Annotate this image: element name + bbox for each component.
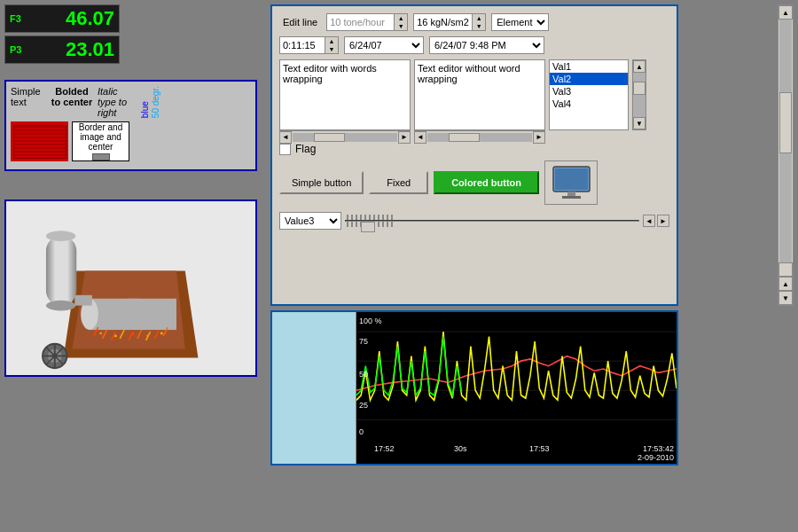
- kgn-spin-down[interactable]: ▼: [473, 22, 485, 30]
- metric-f3-label: F3: [10, 13, 21, 24]
- chart-main: 100 % 75 50 25 0 17:52 30s 17:53 17:53:4…: [356, 312, 677, 464]
- simple-button[interactable]: Simple button: [279, 171, 364, 194]
- kgn-input[interactable]: [414, 16, 472, 28]
- large-scroll-track[interactable]: [779, 20, 792, 262]
- italic-text: Italic type to right: [98, 86, 137, 118]
- text-editor1-scrollbar[interactable]: ◄ ►: [279, 130, 411, 143]
- chart-y-50: 50: [359, 370, 368, 379]
- red-lines: [13, 125, 66, 159]
- scroll-thumb: [314, 133, 345, 142]
- rotated-texts: blue 50 degr.: [141, 86, 160, 118]
- metric-p3: P3 23.01: [4, 35, 120, 64]
- tone-spin-up[interactable]: ▲: [395, 14, 407, 22]
- colored-button[interactable]: Colored button: [434, 171, 539, 194]
- metrics-panel: F3 46.07 P3 23.01: [4, 4, 120, 66]
- large-scroll-page-up[interactable]: ▲: [778, 277, 793, 291]
- chart-y-25: 25: [359, 401, 368, 410]
- svg-rect-4: [90, 299, 176, 330]
- chart-x-175342: 17:53:42: [643, 444, 674, 453]
- widget-panel: Simple text Bolded to center Italic type…: [4, 80, 257, 171]
- bottom-scroll-row: Value3 Value1 Value2 ◄: [279, 212, 669, 230]
- kgn-spinner[interactable]: ▲ ▼: [413, 13, 486, 31]
- v-scroll-up[interactable]: ▲: [633, 60, 645, 73]
- large-scroll-page-down[interactable]: ▼: [778, 291, 793, 305]
- h-slider-thumb: [361, 222, 375, 232]
- edit-line-label: Edit line: [279, 15, 321, 29]
- svg-point-18: [146, 334, 149, 337]
- chart-panel: 100 % 75 50 25 0 17:52 30s 17:53 17:53:4…: [270, 310, 678, 466]
- widget-text-row: Simple text Bolded to center Italic type…: [11, 86, 251, 118]
- flag-row: Flag: [279, 143, 669, 155]
- element-select[interactable]: Element: [491, 13, 549, 31]
- scroll-right-btn[interactable]: ►: [398, 131, 411, 144]
- chart-left-panel: [272, 312, 356, 464]
- flag-checkbox[interactable]: [279, 144, 291, 155]
- small-scroll-left[interactable]: ◄: [643, 215, 655, 227]
- svg-rect-33: [567, 192, 575, 196]
- scroll-track2[interactable]: [427, 133, 532, 142]
- svg-rect-23: [74, 295, 92, 306]
- metric-p3-label: P3: [10, 44, 21, 55]
- v-scrollbar[interactable]: ▲ ▼: [632, 59, 646, 130]
- small-scroll-btns: ◄ ►: [643, 215, 669, 227]
- v-scroll-down[interactable]: ▼: [633, 117, 645, 129]
- widget-image-row: Border and image and center: [11, 121, 251, 161]
- kgn-spinner-btns: ▲ ▼: [472, 14, 485, 30]
- h-slider[interactable]: [345, 220, 639, 222]
- metric-f3-value: 46.07: [66, 7, 114, 30]
- date-select[interactable]: 6/24/07: [344, 36, 424, 54]
- tone-input[interactable]: [327, 16, 394, 28]
- listbox-item-val2[interactable]: Val2: [550, 73, 628, 85]
- tone-spin-down[interactable]: ▼: [395, 22, 407, 30]
- tone-spinner[interactable]: ▲ ▼: [326, 13, 408, 31]
- slider-container: [345, 215, 639, 227]
- chart-y-0: 0: [359, 427, 364, 436]
- image-placeholder: [92, 153, 110, 160]
- v-scroll-track[interactable]: [633, 73, 645, 117]
- value-select[interactable]: Value3 Value1 Value2: [279, 212, 341, 230]
- svg-point-16: [114, 334, 117, 337]
- blue-text: blue: [141, 86, 150, 118]
- datetime-select[interactable]: 6/24/07 9:48 PM: [429, 36, 544, 54]
- large-scroll-up[interactable]: ▲: [778, 5, 793, 20]
- svg-point-19: [160, 332, 163, 334]
- scroll-left-btn[interactable]: ◄: [279, 131, 292, 144]
- machine-panel: [4, 200, 257, 377]
- fixed-button[interactable]: Fixed: [369, 171, 428, 194]
- time-spinner-btns: ▲ ▼: [325, 37, 338, 53]
- scroll-thumb2: [449, 133, 480, 142]
- svg-rect-32: [555, 168, 588, 190]
- row1: Edit line ▲ ▼ ▲ ▼ Element: [279, 13, 669, 31]
- text-editor2-scrollbar[interactable]: ◄ ►: [414, 130, 545, 143]
- small-scroll-right[interactable]: ►: [657, 215, 669, 227]
- text-editor2[interactable]: Text editor without word wrapping: [414, 59, 545, 130]
- buttons-row: Simple button Fixed Colored button: [279, 160, 669, 205]
- bold-text: Bolded to center: [50, 86, 94, 107]
- time-spinner[interactable]: ▲ ▼: [279, 36, 339, 54]
- chart-x-1752: 17:52: [374, 444, 395, 453]
- v-scroll-thumb: [633, 82, 645, 95]
- svg-point-22: [46, 301, 75, 311]
- text-editor1[interactable]: Text editor with words wrapping: [279, 59, 411, 130]
- listbox-item-val1[interactable]: Val1: [550, 60, 628, 73]
- chart-x-30s: 30s: [454, 444, 467, 453]
- scroll-track[interactable]: [293, 133, 397, 142]
- text-editor2-container: Text editor without word wrapping ◄ ►: [414, 59, 545, 143]
- svg-point-17: [131, 332, 134, 335]
- large-scroll-down-middle[interactable]: [778, 262, 793, 277]
- listbox[interactable]: Val1 Val2 Val3 Val4: [549, 59, 629, 130]
- editors-section: Text editor with words wrapping ◄ ► Text…: [279, 59, 669, 143]
- kgn-spin-up[interactable]: ▲: [473, 14, 485, 22]
- scroll-left-btn2[interactable]: ◄: [414, 131, 426, 144]
- time-input[interactable]: [280, 39, 325, 51]
- time-spin-up[interactable]: ▲: [325, 37, 338, 45]
- large-right-scrollbar[interactable]: ▲ ▲ ▼: [778, 4, 794, 306]
- time-spin-down[interactable]: ▼: [325, 45, 338, 53]
- listbox-item-val3[interactable]: Val3: [550, 85, 628, 98]
- scroll-right-btn2[interactable]: ►: [533, 131, 545, 144]
- listbox-item-val4[interactable]: Val4: [550, 98, 628, 110]
- chart-date: 2-09-2010: [638, 453, 674, 462]
- chart-x-1753: 17:53: [529, 444, 550, 453]
- border-text: Border and image and center: [73, 122, 129, 152]
- metric-f3: F3 46.07: [4, 4, 120, 33]
